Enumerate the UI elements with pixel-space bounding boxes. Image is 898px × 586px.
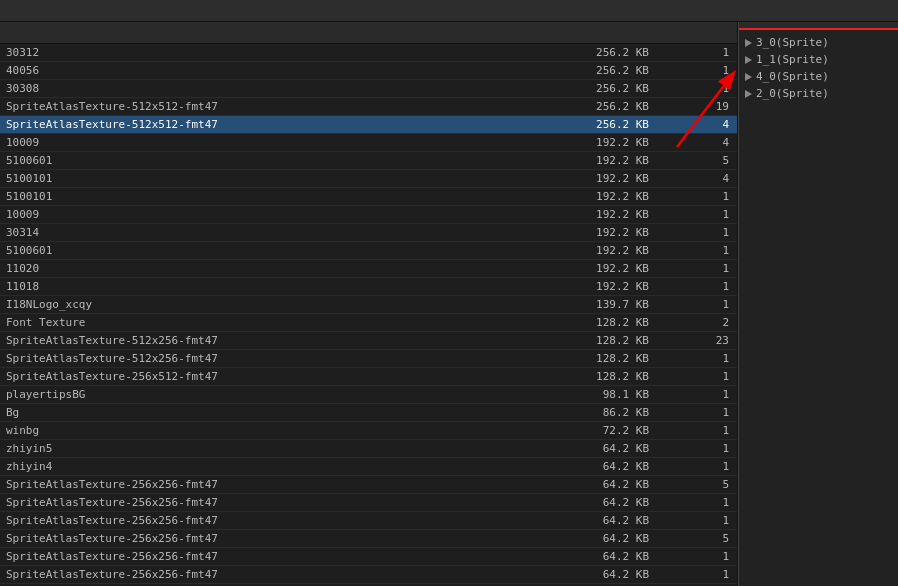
triangle-icon [745, 90, 752, 98]
table-row[interactable]: SpriteAtlasTexture-256x256-fmt47 64.2 KB… [0, 530, 737, 548]
referenced-by-item[interactable]: 1_1(Sprite) [739, 51, 898, 68]
table-row[interactable]: SpriteAtlasTexture-512x256-fmt47 128.2 K… [0, 332, 737, 350]
table-row[interactable]: Font Texture 128.2 KB 2 [0, 314, 737, 332]
triangle-icon [745, 39, 752, 47]
table-row[interactable]: SpriteAtlasTexture-256x256-fmt47 64.2 KB… [0, 566, 737, 584]
table-row[interactable]: playertipsBG 98.1 KB 1 [0, 386, 737, 404]
table-row[interactable]: zhiyin4 64.2 KB 1 [0, 458, 737, 476]
table-row[interactable]: SpriteAtlasTexture-256x512-fmt47 128.2 K… [0, 368, 737, 386]
table-header [0, 22, 737, 44]
table-row[interactable]: SpriteAtlasTexture-512x512-fmt47 256.2 K… [0, 116, 737, 134]
referenced-by-label: 3_0(Sprite) [756, 36, 829, 49]
table-row[interactable]: 11020 192.2 KB 1 [0, 260, 737, 278]
table-row[interactable]: 30308 256.2 KB 1 [0, 80, 737, 98]
table-row[interactable]: zhiyin5 64.2 KB 1 [0, 440, 737, 458]
table-row[interactable]: 30312 256.2 KB 1 [0, 44, 737, 62]
referenced-by-item[interactable]: 2_0(Sprite) [739, 85, 898, 102]
table-row[interactable]: SpriteAtlasTexture-256x256-fmt47 64.2 KB… [0, 494, 737, 512]
triangle-icon [745, 56, 752, 64]
table-row[interactable]: Bg 86.2 KB 1 [0, 404, 737, 422]
table-row[interactable]: 5100601 192.2 KB 5 [0, 152, 737, 170]
table-row[interactable]: SpriteAtlasTexture-256x256-fmt47 64.2 KB… [0, 548, 737, 566]
referenced-by-panel: 3_0(Sprite)1_1(Sprite)4_0(Sprite)2_0(Spr… [738, 22, 898, 586]
table-row[interactable]: 10009 192.2 KB 1 [0, 206, 737, 224]
table-body[interactable]: 30312 256.2 KB 1 40056 256.2 KB 1 30308 … [0, 44, 737, 586]
referenced-by-item[interactable]: 4_0(Sprite) [739, 68, 898, 85]
table-row[interactable]: 11018 192.2 KB 1 [0, 278, 737, 296]
table-row[interactable]: 5100101 192.2 KB 4 [0, 170, 737, 188]
table-row[interactable]: 40056 256.2 KB 1 [0, 62, 737, 80]
table-row[interactable]: 30314 192.2 KB 1 [0, 224, 737, 242]
table-row[interactable]: SpriteAtlasTexture-512x256-fmt47 128.2 K… [0, 350, 737, 368]
path-separator [6, 4, 19, 17]
triangle-icon [745, 73, 752, 81]
referenced-by-label: 1_1(Sprite) [756, 53, 829, 66]
referenced-by-list: 3_0(Sprite)1_1(Sprite)4_0(Sprite)2_0(Spr… [739, 30, 898, 106]
table-row[interactable]: 10009 192.2 KB 4 [0, 134, 737, 152]
referenced-by-item[interactable]: 3_0(Sprite) [739, 34, 898, 51]
table-row[interactable]: winbg 72.2 KB 1 [0, 422, 737, 440]
table-row[interactable]: SpriteAtlasTexture-512x512-fmt47 256.2 K… [0, 98, 737, 116]
table-row[interactable]: 5100601 192.2 KB 1 [0, 242, 737, 260]
table-row[interactable]: I18NLogo_xcqy 139.7 KB 1 [0, 296, 737, 314]
table-row[interactable]: SpriteAtlasTexture-256x256-fmt47 64.2 KB… [0, 476, 737, 494]
referenced-by-label: 4_0(Sprite) [756, 70, 829, 83]
referenced-by-label: 2_0(Sprite) [756, 87, 829, 100]
referenced-by-header [739, 22, 898, 30]
table-row[interactable]: 5100101 192.2 KB 1 [0, 188, 737, 206]
table-row[interactable]: SpriteAtlasTexture-256x256-fmt47 64.2 KB… [0, 512, 737, 530]
